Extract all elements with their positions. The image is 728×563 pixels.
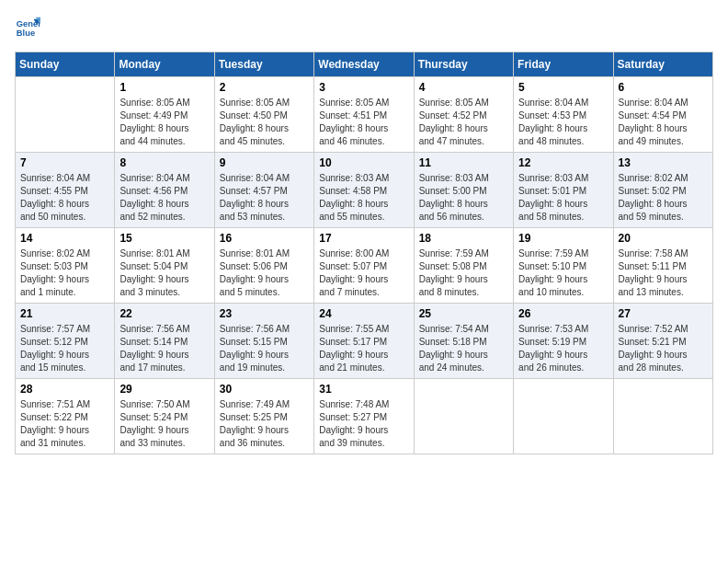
day-number: 16	[220, 232, 309, 245]
header-day: Sunday	[16, 52, 115, 77]
day-info: Sunrise: 8:05 AMSunset: 4:49 PMDaylight:…	[119, 97, 209, 148]
day-number: 22	[119, 307, 209, 320]
header-day: Friday	[514, 52, 613, 77]
day-number: 6	[619, 81, 708, 94]
day-number: 3	[319, 81, 408, 94]
calendar-cell: 27Sunrise: 7:52 AMSunset: 5:21 PMDayligh…	[613, 304, 712, 379]
day-number: 8	[119, 156, 209, 169]
day-info: Sunrise: 7:57 AMSunset: 5:12 PMDaylight:…	[20, 323, 109, 374]
header-day: Monday	[115, 52, 214, 77]
day-number: 20	[619, 232, 708, 245]
header-day: Thursday	[414, 52, 513, 77]
day-number: 12	[518, 156, 608, 169]
calendar-cell: 7Sunrise: 8:04 AMSunset: 4:55 PMDaylight…	[16, 153, 115, 228]
day-number: 18	[419, 232, 508, 245]
calendar-cell: 3Sunrise: 8:05 AMSunset: 4:51 PMDaylight…	[314, 77, 414, 153]
calendar-cell: 10Sunrise: 8:03 AMSunset: 4:58 PMDayligh…	[314, 153, 414, 228]
calendar-cell	[613, 379, 712, 454]
day-number: 9	[220, 156, 309, 169]
calendar-header: SundayMondayTuesdayWednesdayThursdayFrid…	[16, 52, 713, 77]
calendar-week-row: 1Sunrise: 8:05 AMSunset: 4:49 PMDaylight…	[16, 77, 713, 153]
day-number: 1	[119, 81, 209, 94]
day-info: Sunrise: 8:03 AMSunset: 4:58 PMDaylight:…	[319, 172, 408, 224]
day-info: Sunrise: 7:52 AMSunset: 5:21 PMDaylight:…	[619, 323, 708, 374]
calendar-cell: 14Sunrise: 8:02 AMSunset: 5:03 PMDayligh…	[16, 228, 115, 304]
calendar-cell: 12Sunrise: 8:03 AMSunset: 5:01 PMDayligh…	[514, 153, 613, 228]
day-number: 11	[419, 156, 508, 169]
calendar-cell: 5Sunrise: 8:04 AMSunset: 4:53 PMDaylight…	[514, 77, 613, 153]
calendar-cell: 28Sunrise: 7:51 AMSunset: 5:22 PMDayligh…	[16, 379, 115, 454]
day-number: 31	[319, 383, 408, 396]
day-number: 29	[119, 383, 209, 396]
day-info: Sunrise: 7:59 AMSunset: 5:08 PMDaylight:…	[419, 247, 508, 299]
day-info: Sunrise: 8:01 AMSunset: 5:04 PMDaylight:…	[119, 247, 209, 299]
header-day: Wednesday	[314, 52, 414, 77]
calendar-cell: 17Sunrise: 8:00 AMSunset: 5:07 PMDayligh…	[314, 228, 414, 304]
calendar-cell: 2Sunrise: 8:05 AMSunset: 4:50 PMDaylight…	[214, 77, 313, 153]
calendar-week-row: 14Sunrise: 8:02 AMSunset: 5:03 PMDayligh…	[16, 228, 713, 304]
calendar-week-row: 28Sunrise: 7:51 AMSunset: 5:22 PMDayligh…	[16, 379, 713, 454]
day-info: Sunrise: 8:04 AMSunset: 4:56 PMDaylight:…	[119, 172, 209, 224]
day-number: 30	[220, 383, 309, 396]
calendar-cell: 20Sunrise: 7:58 AMSunset: 5:11 PMDayligh…	[613, 228, 712, 304]
calendar-cell: 23Sunrise: 7:56 AMSunset: 5:15 PMDayligh…	[214, 304, 313, 379]
day-info: Sunrise: 7:48 AMSunset: 5:27 PMDaylight:…	[319, 398, 408, 450]
day-info: Sunrise: 8:02 AMSunset: 5:03 PMDaylight:…	[20, 247, 109, 299]
calendar-cell: 15Sunrise: 8:01 AMSunset: 5:04 PMDayligh…	[115, 228, 214, 304]
calendar-cell: 31Sunrise: 7:48 AMSunset: 5:27 PMDayligh…	[314, 379, 414, 454]
day-number: 4	[419, 81, 508, 94]
day-number: 17	[319, 232, 408, 245]
day-number: 21	[20, 307, 109, 320]
day-info: Sunrise: 7:55 AMSunset: 5:17 PMDaylight:…	[319, 323, 408, 374]
calendar-cell: 18Sunrise: 7:59 AMSunset: 5:08 PMDayligh…	[414, 228, 513, 304]
calendar-cell: 16Sunrise: 8:01 AMSunset: 5:06 PMDayligh…	[214, 228, 313, 304]
day-number: 10	[319, 156, 408, 169]
calendar-cell: 22Sunrise: 7:56 AMSunset: 5:14 PMDayligh…	[115, 304, 214, 379]
calendar-cell: 29Sunrise: 7:50 AMSunset: 5:24 PMDayligh…	[115, 379, 214, 454]
calendar-body: 1Sunrise: 8:05 AMSunset: 4:49 PMDaylight…	[16, 77, 713, 454]
logo: General Blue	[15, 15, 44, 40]
day-info: Sunrise: 8:00 AMSunset: 5:07 PMDaylight:…	[319, 247, 408, 299]
day-info: Sunrise: 7:56 AMSunset: 5:15 PMDaylight:…	[220, 323, 309, 374]
calendar-cell: 21Sunrise: 7:57 AMSunset: 5:12 PMDayligh…	[16, 304, 115, 379]
header-row: SundayMondayTuesdayWednesdayThursdayFrid…	[16, 52, 713, 77]
calendar-cell: 4Sunrise: 8:05 AMSunset: 4:52 PMDaylight…	[414, 77, 513, 153]
calendar-week-row: 21Sunrise: 7:57 AMSunset: 5:12 PMDayligh…	[16, 304, 713, 379]
day-number: 26	[518, 307, 608, 320]
day-info: Sunrise: 7:59 AMSunset: 5:10 PMDaylight:…	[518, 247, 608, 299]
day-info: Sunrise: 8:01 AMSunset: 5:06 PMDaylight:…	[220, 247, 309, 299]
calendar-cell: 1Sunrise: 8:05 AMSunset: 4:49 PMDaylight…	[115, 77, 214, 153]
svg-text:Blue: Blue	[17, 29, 35, 38]
day-number: 7	[20, 156, 109, 169]
calendar-cell	[414, 379, 513, 454]
day-info: Sunrise: 7:58 AMSunset: 5:11 PMDaylight:…	[619, 247, 708, 299]
logo-icon: General Blue	[15, 15, 40, 40]
calendar-table: SundayMondayTuesdayWednesdayThursdayFrid…	[15, 52, 713, 454]
day-number: 2	[220, 81, 309, 94]
day-info: Sunrise: 8:04 AMSunset: 4:54 PMDaylight:…	[619, 97, 708, 148]
day-info: Sunrise: 7:54 AMSunset: 5:18 PMDaylight:…	[419, 323, 508, 374]
day-info: Sunrise: 7:51 AMSunset: 5:22 PMDaylight:…	[20, 398, 109, 450]
day-info: Sunrise: 8:04 AMSunset: 4:53 PMDaylight:…	[518, 97, 608, 148]
calendar-cell	[514, 379, 613, 454]
header-day: Saturday	[613, 52, 712, 77]
calendar-cell: 30Sunrise: 7:49 AMSunset: 5:25 PMDayligh…	[214, 379, 313, 454]
calendar-cell: 13Sunrise: 8:02 AMSunset: 5:02 PMDayligh…	[613, 153, 712, 228]
day-number: 19	[518, 232, 608, 245]
day-info: Sunrise: 8:05 AMSunset: 4:50 PMDaylight:…	[220, 97, 309, 148]
day-info: Sunrise: 7:49 AMSunset: 5:25 PMDaylight:…	[220, 398, 309, 450]
day-number: 13	[619, 156, 708, 169]
day-info: Sunrise: 8:05 AMSunset: 4:52 PMDaylight:…	[419, 97, 508, 148]
header-day: Tuesday	[214, 52, 313, 77]
day-number: 24	[319, 307, 408, 320]
day-number: 5	[518, 81, 608, 94]
calendar-week-row: 7Sunrise: 8:04 AMSunset: 4:55 PMDaylight…	[16, 153, 713, 228]
calendar-cell: 8Sunrise: 8:04 AMSunset: 4:56 PMDaylight…	[115, 153, 214, 228]
calendar-cell: 19Sunrise: 7:59 AMSunset: 5:10 PMDayligh…	[514, 228, 613, 304]
page-header: General Blue	[15, 15, 713, 40]
day-info: Sunrise: 8:05 AMSunset: 4:51 PMDaylight:…	[319, 97, 408, 148]
calendar-cell: 9Sunrise: 8:04 AMSunset: 4:57 PMDaylight…	[214, 153, 313, 228]
calendar-cell	[16, 77, 115, 153]
calendar-cell: 26Sunrise: 7:53 AMSunset: 5:19 PMDayligh…	[514, 304, 613, 379]
calendar-cell: 11Sunrise: 8:03 AMSunset: 5:00 PMDayligh…	[414, 153, 513, 228]
